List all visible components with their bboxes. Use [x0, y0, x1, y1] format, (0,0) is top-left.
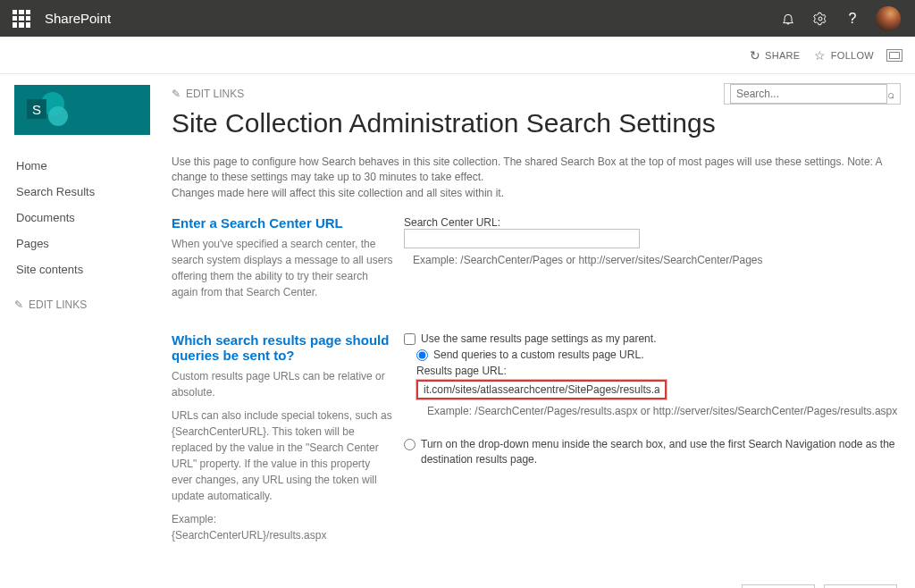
section1-desc: When you've specified a search center, t… [172, 236, 393, 300]
search-icon[interactable] [887, 88, 894, 101]
help-icon[interactable]: ? [836, 0, 869, 37]
share-label: SHARE [765, 50, 800, 61]
top-edit-links-label: EDIT LINKS [186, 88, 244, 100]
nav-edit-links[interactable]: EDIT LINKS [14, 298, 168, 311]
search-center-url-label: Search Center URL: [404, 216, 500, 229]
cancel-button[interactable]: Cancel [824, 584, 897, 588]
dropdown-label: Turn on the drop-down menu inside the se… [421, 437, 901, 467]
share-button[interactable]: SHARE [750, 48, 801, 63]
nav-pages[interactable]: Pages [14, 231, 168, 256]
site-logo[interactable]: S [14, 85, 150, 135]
app-launcher-icon[interactable] [13, 10, 30, 28]
search-center-url-input[interactable] [404, 229, 640, 248]
suite-title: SharePoint [45, 11, 111, 26]
notifications-icon[interactable] [772, 0, 804, 37]
search-center-url-example: Example: /SearchCenter/Pages or http://s… [413, 254, 901, 266]
section2-desc2: URLs can also include special tokens, su… [172, 407, 393, 504]
follow-label: FOLLOW [831, 50, 874, 61]
section2-title: Which search results page should queries… [172, 332, 393, 363]
results-url-label: Results page URL: [416, 365, 507, 377]
results-url-example: Example: /SearchCenter/Pages/results.asp… [427, 405, 901, 417]
page-title: Site Collection Administration Search Se… [172, 108, 901, 139]
pencil-icon [14, 298, 23, 311]
intro-line-2: Changes made here will affect this site … [172, 186, 901, 201]
results-url-input[interactable] [416, 380, 667, 399]
user-avatar[interactable] [876, 6, 901, 31]
ok-button[interactable]: OK [742, 584, 815, 588]
same-parent-checkbox[interactable] [404, 333, 416, 345]
section2-desc1: Custom results page URLs can be relative… [172, 368, 393, 400]
nav-search-results[interactable]: Search Results [14, 179, 168, 205]
same-parent-label: Use the same results page settings as my… [421, 332, 656, 345]
dropdown-radio[interactable] [404, 439, 416, 450]
nav-edit-links-label: EDIT LINKS [29, 298, 87, 311]
intro-line-1: Use this page to configure how Search be… [172, 155, 901, 186]
send-custom-radio[interactable] [416, 349, 428, 361]
nav-documents[interactable]: Documents [14, 205, 168, 231]
settings-gear-icon[interactable] [804, 0, 836, 37]
send-custom-label: Send queries to a custom results page UR… [433, 349, 643, 361]
page-search-input[interactable] [730, 84, 887, 104]
logo-letter: S [27, 99, 46, 119]
section2-desc3b: {SearchCenterURL}/results.aspx [172, 529, 326, 542]
top-edit-links[interactable]: EDIT LINKS [172, 88, 244, 100]
fullscreen-icon[interactable] [886, 49, 902, 62]
nav-site-contents[interactable]: Site contents [14, 256, 168, 282]
nav-home[interactable]: Home [14, 153, 168, 179]
section2-desc3a: Example: [172, 513, 216, 525]
pencil-icon [172, 88, 180, 100]
page-search[interactable] [724, 83, 901, 105]
svg-point-0 [818, 17, 822, 21]
follow-button[interactable]: FOLLOW [814, 48, 874, 63]
section1-title: Enter a Search Center URL [172, 215, 393, 231]
